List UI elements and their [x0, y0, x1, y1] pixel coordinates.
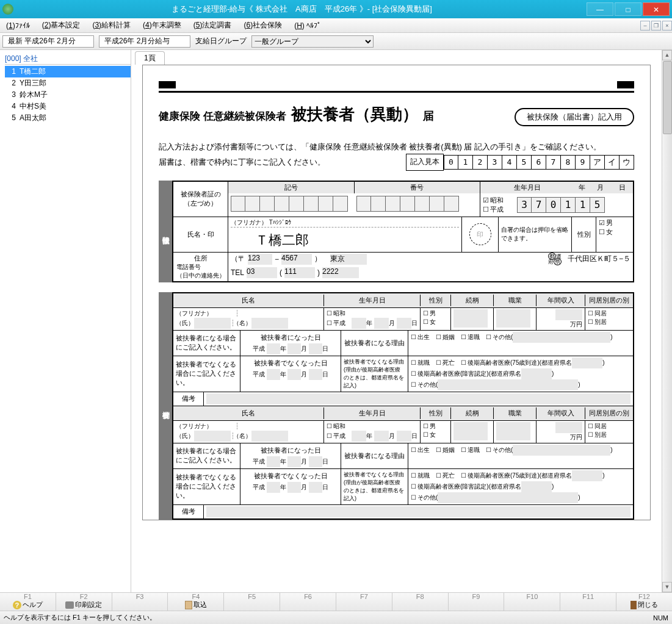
postal1-input[interactable]: 123	[248, 254, 272, 265]
sidebar-item[interactable]: 2Y田三郎	[5, 77, 131, 89]
sample-label: 記入見本	[406, 154, 444, 171]
mdi-min-icon[interactable]: –	[640, 21, 650, 30]
era-heisei-check[interactable]	[483, 206, 490, 213]
seal-icon: 印	[469, 223, 491, 245]
sex-female-check[interactable]	[599, 228, 606, 235]
section1-label: 被扶保険情報	[159, 181, 172, 282]
furigana-value: Tﾊｼｼﾞﾛｳ	[269, 219, 291, 226]
toolbar: 最新 平成26年 2月分 平成26年 2月分給与 支給日グループ 一般グループ	[0, 33, 672, 50]
period-field[interactable]: 最新 平成26年 2月分	[2, 35, 94, 48]
scrollbar[interactable]: ▲ ▼	[662, 50, 672, 592]
mdi-close-icon[interactable]: ×	[662, 21, 672, 30]
tel3-input[interactable]: 2222	[322, 267, 359, 278]
help-icon: ?	[13, 601, 21, 609]
scroll-down-icon[interactable]: ▼	[662, 582, 672, 592]
instruction-2: 届書は、楷書で枠内に丁寧にご記入ください。	[159, 155, 406, 169]
fn-f2[interactable]: F2 印刷設定	[56, 593, 112, 611]
mdi-restore-icon[interactable]: ❐	[651, 21, 661, 30]
form-title-todoke: 届	[423, 109, 434, 123]
menu-help[interactable]: (H) ﾍﾙﾌﾟ	[288, 21, 327, 30]
scroll-up-icon[interactable]: ▲	[662, 50, 672, 60]
status-bar: ヘルプを表示するには F1 キーを押してください。 NUM	[0, 611, 672, 624]
fn-f7[interactable]: F7	[336, 593, 392, 611]
form-title-kenpo: 健康保険 任意継続被保険者	[159, 109, 286, 123]
close-button[interactable]: ✕	[643, 2, 670, 16]
group-select[interactable]: 一般グループ	[251, 35, 374, 48]
sample-boxes: 0123456789アイウ	[444, 155, 634, 170]
form-title-main: 被扶養者（異動）	[291, 104, 418, 125]
section2-label: 被扶養者欄	[159, 292, 172, 520]
menu-file[interactable]: (1)ﾌｧｲﾙ	[0, 21, 36, 30]
import-icon	[185, 601, 192, 609]
page-tab[interactable]: 1頁	[135, 51, 165, 65]
printer-icon	[65, 601, 74, 609]
pref-input[interactable]: 東京	[330, 254, 367, 265]
door-icon	[630, 601, 637, 609]
sidebar-header[interactable]: [000] 全社	[5, 54, 131, 65]
fn-f9[interactable]: F9	[448, 593, 504, 611]
fn-f4[interactable]: F4 取込	[167, 593, 223, 611]
menu-legal[interactable]: (5)法定調書	[187, 20, 238, 30]
menu-yearend[interactable]: (4)年末調整	[137, 20, 187, 30]
city-value: 千代田区Ｋ町５−５	[568, 254, 630, 264]
sidebar-item[interactable]: 3鈴木M子	[5, 89, 131, 101]
status-message: ヘルプを表示するには F1 キーを押してください。	[4, 613, 156, 622]
titlebar: まるごと経理部-給与《 株式会社 A商店 平成26年 》- [社会保険異動届] …	[0, 0, 672, 18]
fn-f8[interactable]: F8	[392, 593, 448, 611]
fn-f10[interactable]: F10	[504, 593, 560, 611]
document-view: 1頁 健康保険 任意継続被保険者 被扶養者（異動） 届 被扶保険（届出書）記入用…	[131, 50, 672, 592]
menu-basic[interactable]: (2)基本設定	[36, 20, 87, 30]
function-key-bar: F1? ヘルプF2 印刷設定F3F4 取込F5F6F7F8F9F10F11F12…	[0, 592, 672, 611]
form-badge: 被扶保険（届出書）記入用	[515, 108, 634, 126]
instruction-1: 記入方法および添付書類等については、「健康保険 任意継続被保険者 被扶養者(異動…	[159, 140, 634, 154]
sidebar-item[interactable]: 5A田太郎	[5, 112, 131, 124]
fn-f6[interactable]: F6	[280, 593, 336, 611]
postal2-input[interactable]: 4567	[281, 254, 312, 265]
window-title: まるごと経理部-給与《 株式会社 A商店 平成26年 》- [社会保険異動届]	[18, 4, 585, 15]
group-label: 支給日グループ	[195, 36, 247, 46]
fn-f3[interactable]: F3	[112, 593, 168, 611]
era-showa-check[interactable]	[483, 196, 490, 204]
mdi-controls: – ❐ ×	[639, 21, 672, 30]
tel1-input[interactable]: 03	[247, 267, 277, 278]
fn-f1[interactable]: F1? ヘルプ	[0, 593, 56, 611]
form-paper: 健康保険 任意継続被保険者 被扶養者（異動） 届 被扶保険（届出書）記入用 記入…	[142, 65, 651, 520]
payment-field[interactable]: 平成26年 2月分給与	[99, 35, 190, 48]
tel2-input[interactable]: 111	[284, 267, 315, 278]
maximize-button[interactable]: □	[615, 2, 641, 16]
menu-social[interactable]: (6)社会保険	[237, 20, 288, 30]
sidebar: [000] 全社 1T橋二郎2Y田三郎3鈴木M子4中村S美5A田太郎	[0, 50, 131, 592]
fn-f12[interactable]: F12 閉じる	[616, 593, 672, 611]
status-num: NUM	[653, 614, 668, 622]
fn-f5[interactable]: F5	[223, 593, 280, 611]
sidebar-item[interactable]: 1T橋二郎	[5, 66, 131, 77]
sex-male-check[interactable]	[599, 219, 606, 226]
fn-f11[interactable]: F11	[560, 593, 616, 611]
app-icon	[2, 4, 13, 15]
minimize-button[interactable]: —	[587, 2, 613, 16]
scroll-thumb[interactable]	[663, 61, 672, 134]
name-value: Ｔ橋二郎	[231, 228, 459, 251]
sidebar-item[interactable]: 4中村S美	[5, 101, 131, 112]
menu-salary[interactable]: (3)給料計算	[86, 20, 137, 30]
menubar: (1)ﾌｧｲﾙ (2)基本設定 (3)給料計算 (4)年末調整 (5)法定調書 …	[0, 18, 672, 33]
